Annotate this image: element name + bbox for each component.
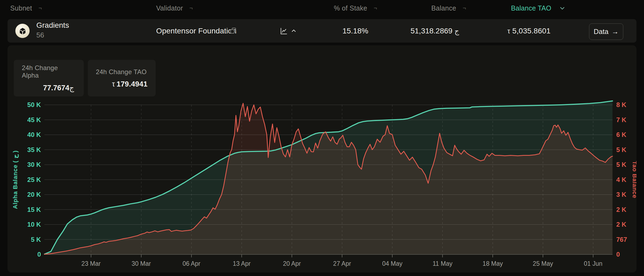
- balance-tao: τ 5,035.8601: [497, 27, 551, 35]
- right-tick-label: 8 K: [616, 101, 626, 108]
- left-axis-title: Alpha Balance ( ج ): [12, 150, 19, 209]
- right-tick-label: 5 K: [616, 146, 626, 153]
- alpha-symbol: ج: [454, 27, 459, 35]
- app-root: Subnet ¬ Validator ¬ % of Stake ¬ Balanc…: [0, 0, 644, 276]
- left-tick-label: 5 K: [31, 236, 41, 243]
- column-header-stake[interactable]: % of Stake ¬: [334, 4, 377, 12]
- stake-percent: 15.18%: [334, 27, 377, 35]
- sort-icon: ¬: [463, 5, 466, 11]
- chevron-down-icon: [560, 7, 565, 10]
- column-header-label: Balance TAO: [511, 4, 551, 12]
- left-tick-label: 0: [37, 251, 41, 258]
- right-tick-label: 2 K: [616, 206, 626, 213]
- subnet-logo: [15, 24, 30, 38]
- chart-panel: 24h Change Alpha ج77.7674 24h Change TAO…: [8, 45, 636, 272]
- column-header-balance[interactable]: Balance ¬: [431, 4, 466, 12]
- x-tick-label: 18 May: [482, 260, 503, 267]
- column-header-label: Balance: [431, 4, 456, 12]
- sort-icon: ¬: [190, 5, 193, 11]
- x-tick-label: 06 Apr: [183, 260, 201, 267]
- left-tick-label: 20 K: [27, 191, 41, 198]
- balance-alpha: ج 51,318.2869: [404, 27, 459, 35]
- left-tick-label: 25 K: [27, 176, 41, 183]
- subnet-name[interactable]: Gradients: [36, 21, 69, 30]
- column-header-subnet[interactable]: Subnet ¬: [10, 4, 42, 12]
- x-tick-label: 25 May: [533, 260, 553, 267]
- left-tick-label: 45 K: [27, 116, 41, 123]
- x-tick-label: 11 May: [433, 260, 453, 267]
- x-tick-label: 20 Apr: [283, 260, 301, 267]
- column-header-label: Subnet: [10, 4, 32, 12]
- x-tick-label: 30 Mar: [132, 260, 151, 267]
- right-tick-label: 7 K: [616, 116, 626, 123]
- right-tick-label: 4 K: [616, 176, 626, 183]
- x-tick-label: 01 Jun: [584, 260, 603, 267]
- column-header-balance-tao[interactable]: Balance TAO: [511, 4, 565, 12]
- x-tick-label: 04 May: [382, 260, 402, 267]
- left-tick-label: 50 K: [27, 101, 41, 108]
- right-tick-label: 0: [616, 251, 620, 258]
- left-tick-label: 15 K: [27, 206, 41, 213]
- arrow-right-icon: →: [612, 27, 619, 36]
- caret-up-icon[interactable]: [291, 29, 296, 32]
- right-tick-label: 6 K: [616, 131, 626, 138]
- column-header-label: % of Stake: [334, 4, 367, 12]
- validator-name[interactable]: Opentensor Foundation: [156, 27, 236, 35]
- right-tick-label: 3 K: [616, 191, 626, 198]
- sort-icon: ¬: [374, 5, 377, 11]
- right-tick-label: 5 K: [616, 161, 626, 168]
- tao-symbol: τ: [507, 27, 510, 35]
- copy-icon[interactable]: [230, 27, 237, 34]
- right-tick-label: 767: [616, 236, 627, 243]
- left-tick-label: 35 K: [27, 146, 41, 153]
- sort-icon: ¬: [38, 5, 42, 11]
- x-tick-label: 27 Apr: [333, 260, 351, 267]
- cube-icon: [19, 27, 27, 35]
- right-tick-label: 2 K: [616, 221, 626, 228]
- subnet-id: 56: [36, 31, 44, 39]
- x-tick-label: 13 Apr: [233, 260, 251, 267]
- data-button-label: Data: [594, 27, 608, 36]
- column-header-validator[interactable]: Validator ¬: [156, 4, 193, 12]
- left-tick-label: 40 K: [27, 131, 41, 138]
- left-tick-label: 30 K: [27, 161, 41, 168]
- column-header-label: Validator: [156, 4, 183, 12]
- x-tick-label: 23 Mar: [81, 260, 101, 267]
- right-axis-title: Tao Balance: [631, 161, 636, 198]
- balance-chart: 05 K10 K15 K20 K25 K30 K35 K40 K45 K50 K…: [8, 45, 636, 272]
- left-tick-label: 10 K: [27, 221, 41, 228]
- data-button[interactable]: Data →: [589, 23, 623, 40]
- chart-line-icon[interactable]: [280, 27, 287, 35]
